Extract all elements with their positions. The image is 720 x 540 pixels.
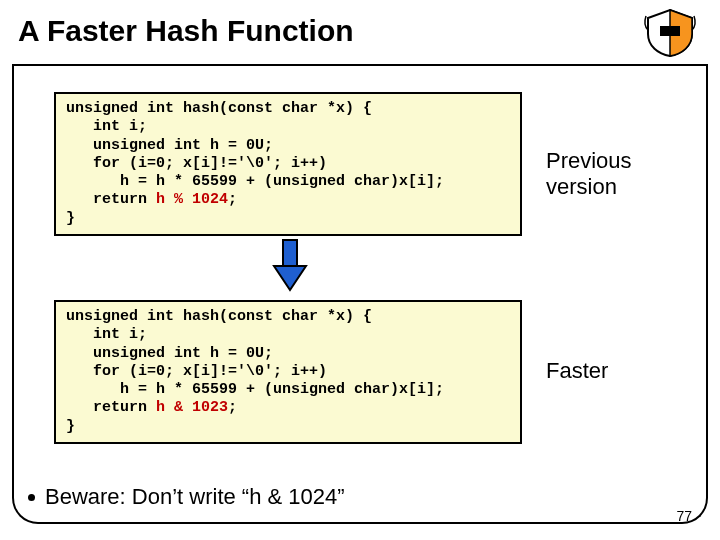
code-line: h = h * 65599 + (unsigned char)x[i];: [66, 381, 444, 398]
code-line: unsigned int h = 0U;: [66, 345, 273, 362]
slide: A Faster Hash Function unsigned int hash…: [0, 0, 720, 540]
code-line: }: [66, 210, 75, 227]
bullet-text: Beware: Don’t write “h & 1024”: [45, 484, 345, 510]
code-line: ;: [228, 399, 237, 416]
code-line: int i;: [66, 326, 147, 343]
bullet-dot-icon: [28, 494, 35, 501]
bullet-row: Beware: Don’t write “h & 1024”: [28, 484, 345, 510]
code-highlight: h & 1023: [156, 399, 228, 416]
code-line: unsigned int hash(const char *x) {: [66, 308, 372, 325]
svg-rect-1: [283, 240, 297, 266]
code-line: return: [66, 399, 156, 416]
crest-icon: [642, 8, 698, 58]
slide-title: A Faster Hash Function: [12, 10, 708, 48]
annotation-previous: Previous version: [546, 148, 686, 200]
svg-rect-0: [660, 26, 680, 36]
page-number: 77: [676, 508, 692, 524]
code-highlight: h % 1024: [156, 191, 228, 208]
code-line: for (i=0; x[i]!='\0'; i++): [66, 155, 327, 172]
code-line: for (i=0; x[i]!='\0'; i++): [66, 363, 327, 380]
code-line: h = h * 65599 + (unsigned char)x[i];: [66, 173, 444, 190]
code-box-faster: unsigned int hash(const char *x) { int i…: [54, 300, 522, 444]
title-region: A Faster Hash Function: [12, 10, 708, 66]
code-line: ;: [228, 191, 237, 208]
code-line: }: [66, 418, 75, 435]
svg-marker-2: [274, 266, 306, 290]
code-line: int i;: [66, 118, 147, 135]
code-line: unsigned int h = 0U;: [66, 137, 273, 154]
code-line: unsigned int hash(const char *x) {: [66, 100, 372, 117]
annotation-faster: Faster: [546, 358, 686, 384]
code-line: return: [66, 191, 156, 208]
down-arrow-icon: [270, 238, 310, 294]
code-box-previous: unsigned int hash(const char *x) { int i…: [54, 92, 522, 236]
